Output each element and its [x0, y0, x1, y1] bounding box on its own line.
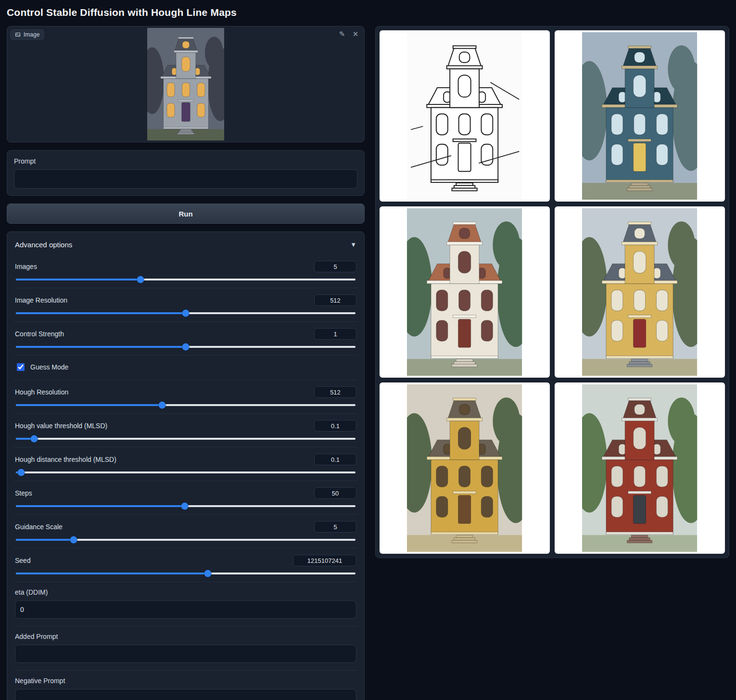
slider-value-images[interactable] — [314, 261, 356, 272]
slider-fill — [16, 346, 186, 348]
slider-row-seed: Seed — [14, 548, 357, 582]
advanced-options-panel: Advanced options ▼ Images — [7, 231, 365, 700]
slider-track-guidance-scale[interactable] — [16, 539, 355, 541]
generated-image — [582, 32, 697, 200]
chevron-down-icon: ▼ — [350, 241, 356, 248]
gallery-item-6[interactable] — [555, 382, 725, 554]
slider-value-hough-value-threshold[interactable] — [314, 420, 356, 432]
prompt-label: Prompt — [14, 157, 357, 165]
slider-fill — [16, 279, 140, 280]
uploaded-image — [147, 28, 225, 140]
slider-handle-images[interactable] — [137, 276, 144, 283]
slider-row-guidance-scale: Guidance Scale — [14, 514, 357, 548]
slider-row-hough-value-threshold: Hough value threshold (MLSD) — [14, 413, 357, 447]
slider-label-steps: Steps — [15, 489, 32, 497]
generated-image — [582, 384, 697, 552]
generated-image — [582, 208, 697, 376]
eta-row: eta (DDIM) — [14, 582, 357, 626]
controls-column: Image ✎ ✕ Prompt Run Advanced — [7, 26, 365, 700]
slider-row-images: Images — [14, 255, 357, 288]
slider-fill — [16, 573, 208, 574]
added-prompt-row: Added Prompt — [14, 626, 357, 670]
slider-fill — [16, 505, 185, 507]
gallery-item-5[interactable] — [380, 382, 550, 554]
image-icon — [15, 32, 21, 38]
results-column — [375, 26, 729, 558]
slider-track-hough-resolution[interactable] — [16, 404, 355, 406]
guess-mode-label: Guess Mode — [30, 363, 68, 371]
gallery-item-2[interactable] — [555, 30, 725, 202]
advanced-options-header[interactable]: Advanced options ▼ — [14, 236, 357, 255]
added-prompt-label: Added Prompt — [15, 633, 356, 640]
slider-label-image-resolution: Image Resolution — [15, 296, 67, 304]
clear-image-icon[interactable]: ✕ — [352, 30, 359, 38]
slider-fill — [16, 404, 162, 406]
eta-input[interactable] — [15, 600, 356, 619]
slider-value-hough-distance-threshold[interactable] — [314, 454, 356, 465]
slider-label-control-strength: Control Strength — [15, 330, 64, 338]
slider-fill — [16, 539, 74, 541]
slider-value-hough-resolution[interactable] — [314, 386, 356, 398]
image-label-chip: Image — [10, 29, 44, 40]
slider-handle-seed[interactable] — [204, 570, 211, 577]
slider-label-images: Images — [15, 263, 37, 270]
slider-track-images[interactable] — [16, 279, 355, 280]
slider-track-seed[interactable] — [16, 573, 355, 574]
slider-label-guidance-scale: Guidance Scale — [15, 523, 63, 531]
slider-label-hough-resolution: Hough Resolution — [15, 388, 68, 396]
slider-handle-guidance-scale[interactable] — [70, 536, 77, 544]
advanced-options-title: Advanced options — [15, 241, 72, 249]
prompt-panel: Prompt — [7, 150, 365, 196]
slider-track-hough-distance-threshold[interactable] — [16, 471, 355, 473]
slider-track-steps[interactable] — [16, 505, 355, 507]
slider-handle-hough-value-threshold[interactable] — [31, 435, 38, 443]
prompt-input[interactable] — [14, 169, 357, 189]
slider-value-image-resolution[interactable] — [314, 294, 356, 306]
slider-track-control-strength[interactable] — [16, 346, 355, 348]
slider-fill — [16, 312, 186, 314]
slider-handle-image-resolution[interactable] — [182, 310, 190, 317]
gallery-item-1[interactable] — [380, 30, 550, 202]
image-input-panel[interactable]: Image ✎ ✕ — [7, 26, 365, 142]
slider-track-hough-value-threshold[interactable] — [16, 438, 355, 440]
page-title: Control Stable Diffusion with Hough Line… — [7, 7, 729, 18]
slider-row-steps: Steps — [14, 481, 357, 514]
slider-row-hough-resolution: Hough Resolution — [14, 380, 357, 413]
slider-value-control-strength[interactable] — [314, 328, 356, 340]
slider-value-guidance-scale[interactable] — [314, 521, 356, 533]
slider-handle-hough-resolution[interactable] — [158, 402, 165, 409]
uploaded-image-wrap — [7, 26, 364, 142]
advanced-options-body: Images Image Resolution — [14, 255, 357, 700]
image-label: Image — [24, 31, 39, 38]
guess-mode-checkbox[interactable] — [17, 363, 25, 371]
slider-value-steps[interactable] — [314, 487, 356, 499]
negative-prompt-row: Negative Prompt — [14, 670, 357, 700]
added-prompt-input[interactable] — [15, 645, 356, 663]
slider-value-seed[interactable] — [293, 555, 356, 566]
slider-handle-steps[interactable] — [181, 503, 188, 510]
generated-image — [407, 208, 522, 376]
edit-image-icon[interactable]: ✎ — [338, 30, 346, 38]
output-gallery — [375, 26, 729, 558]
generated-image — [407, 384, 522, 552]
negative-prompt-label: Negative Prompt — [15, 677, 356, 685]
hough-line-map-image — [407, 32, 522, 200]
slider-track-image-resolution[interactable] — [16, 312, 355, 314]
run-button[interactable]: Run — [7, 204, 365, 224]
slider-row-control-strength: Control Strength — [14, 321, 357, 355]
eta-label: eta (DDIM) — [15, 588, 356, 596]
slider-label-seed: Seed — [15, 557, 31, 564]
slider-handle-control-strength[interactable] — [182, 344, 190, 351]
guess-mode-row: Guess Mode — [14, 355, 357, 380]
negative-prompt-input[interactable] — [15, 689, 356, 700]
gallery-item-3[interactable] — [380, 206, 550, 378]
slider-handle-hough-distance-threshold[interactable] — [18, 469, 25, 476]
gallery-item-4[interactable] — [555, 206, 725, 378]
app: Control Stable Diffusion with Hough Line… — [0, 0, 736, 700]
slider-row-image-resolution: Image Resolution — [14, 288, 357, 321]
slider-label-hough-distance-threshold: Hough distance threshold (MLSD) — [15, 456, 116, 463]
slider-row-hough-distance-threshold: Hough distance threshold (MLSD) — [14, 447, 357, 481]
slider-label-hough-value-threshold: Hough value threshold (MLSD) — [15, 422, 107, 430]
